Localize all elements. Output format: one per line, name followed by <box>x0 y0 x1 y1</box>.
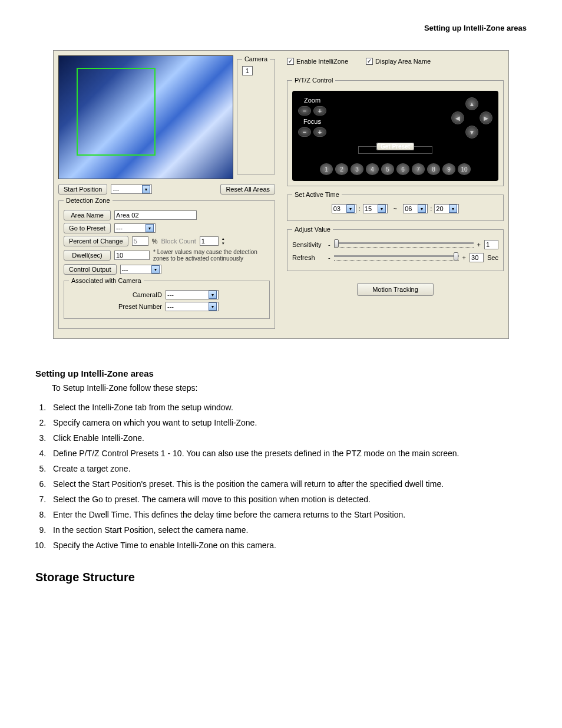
chevron-down-icon: ▾ <box>418 205 426 213</box>
block-count-input[interactable] <box>200 236 219 246</box>
refresh-unit: Sec <box>487 254 498 261</box>
control-output-button[interactable]: Control Output <box>64 264 117 275</box>
zoom-in-button[interactable]: + <box>313 106 326 116</box>
step-item: Select the Start Position's preset. This… <box>48 476 527 492</box>
preset-3-button[interactable]: 3 <box>351 163 363 175</box>
pan-right-button[interactable]: ▶ <box>480 111 492 124</box>
camera-id-label: CameraID <box>115 291 162 298</box>
goto-preset-button[interactable]: Go to Preset <box>64 223 111 233</box>
preset-9-button[interactable]: 9 <box>442 163 455 175</box>
step-item: Select the Intelli-Zone tab from the set… <box>48 400 527 415</box>
associated-camera-legend: Associated with Camera <box>69 277 144 284</box>
start-position-value: --- <box>113 186 119 193</box>
get-preset-button[interactable]: Get Preset <box>376 143 414 150</box>
tilt-down-button[interactable]: ▼ <box>465 126 478 139</box>
intellizone-dialog: Camera 1 Start Position --- ▾ Reset All … <box>53 50 509 339</box>
preset-7-button[interactable]: 7 <box>412 163 425 175</box>
time-from-min-select[interactable]: 15▾ <box>363 204 388 213</box>
focus-label: Focus <box>298 118 326 125</box>
goto-preset-select[interactable]: --- ▾ <box>114 223 156 233</box>
preset-number-select[interactable]: --- ▾ <box>166 302 219 311</box>
zoom-label: Zoom <box>298 97 326 104</box>
pan-left-button[interactable]: ◀ <box>451 111 464 124</box>
zoom-out-button[interactable]: − <box>298 106 311 116</box>
step-item: In the section Start Position, select th… <box>48 522 527 538</box>
control-output-select[interactable]: --- ▾ <box>120 265 161 274</box>
preset-5-button[interactable]: 5 <box>381 163 394 175</box>
ptz-control-fieldset: P/T/Z Control Zoom − + Focus − <box>287 77 504 186</box>
preset-number-label: Preset Number <box>115 303 162 310</box>
chevron-down-icon: ▾ <box>151 265 160 274</box>
section-title: Setting up Intelli-Zone areas <box>35 368 527 378</box>
refresh-input[interactable] <box>470 253 484 262</box>
checkbox-checked-icon: ✓ <box>366 58 373 65</box>
enable-intellizone-checkbox[interactable]: ✓ Enable IntelliZone <box>287 58 348 65</box>
display-area-name-checkbox[interactable]: ✓ Display Area Name <box>366 58 431 65</box>
refresh-slider[interactable] <box>334 255 459 257</box>
chevron-down-icon: ▾ <box>209 302 217 311</box>
enable-intellizone-label: Enable IntelliZone <box>296 58 348 65</box>
control-output-value: --- <box>122 266 128 273</box>
page-header-title: Setting up Intelli-Zone areas <box>35 24 527 32</box>
percent-of-change-input <box>132 236 148 246</box>
display-area-name-label: Display Area Name <box>375 58 431 65</box>
time-from-hour-select[interactable]: 03▾ <box>332 204 356 213</box>
main-heading: Storage Structure <box>35 571 527 584</box>
goto-preset-value: --- <box>116 225 123 232</box>
associated-camera-fieldset: Associated with Camera CameraID --- ▾ Pr… <box>64 277 270 319</box>
area-name-input[interactable] <box>114 210 197 220</box>
chevron-down-icon: ▾ <box>378 205 386 213</box>
percent-of-change-button[interactable]: Percent of Change <box>64 236 128 246</box>
preset-10-button[interactable]: 10 <box>458 163 471 175</box>
sensitivity-slider[interactable] <box>334 242 474 244</box>
preset-number-value: --- <box>167 303 174 310</box>
camera-fieldset: Camera 1 <box>237 55 275 174</box>
motion-tracking-button[interactable]: Motion Tracking <box>357 283 434 296</box>
tilt-up-button[interactable]: ▲ <box>465 97 478 110</box>
camera-id-select[interactable]: --- ▾ <box>166 290 219 299</box>
focus-in-button[interactable]: + <box>313 127 326 137</box>
start-position-button[interactable]: Start Position <box>58 184 107 195</box>
chevron-down-icon: ▾ <box>346 205 355 213</box>
dwell-button[interactable]: Dwell(sec) <box>64 250 111 261</box>
sensitivity-input[interactable] <box>484 240 498 249</box>
time-to-hour-select[interactable]: 06▾ <box>403 204 428 213</box>
preset-1-button[interactable]: 1 <box>320 163 333 175</box>
camera-legend: Camera <box>242 55 270 62</box>
camera-id-value: --- <box>167 291 174 298</box>
detection-zone-fieldset: Detection Zone Area Name Go to Preset --… <box>58 197 275 329</box>
preset-8-button[interactable]: 8 <box>427 163 440 175</box>
spinner-down-icon[interactable]: ▾ <box>222 241 229 246</box>
ptz-dpad: ▲ ▼ ◀ ▶ <box>451 97 492 139</box>
step-item: Define P/T/Z Control Presets 1 - 10. You… <box>48 446 527 461</box>
step-item: Select the Go to preset. The camera will… <box>48 492 527 507</box>
spinner-up-icon[interactable]: ▴ <box>222 236 229 241</box>
chevron-down-icon: ▾ <box>209 291 217 299</box>
dwell-note: * Lower values may cause the detection z… <box>153 249 270 262</box>
time-separator: ~ <box>390 205 401 212</box>
camera-number: 1 <box>242 66 253 75</box>
start-position-select[interactable]: --- ▾ <box>111 185 152 194</box>
block-count-label: Block Count <box>161 238 196 245</box>
preset-bar: 1 2 3 4 5 6 7 8 9 10 <box>298 163 492 175</box>
chevron-down-icon: ▾ <box>142 185 150 193</box>
chevron-down-icon: ▾ <box>449 205 457 213</box>
dwell-input[interactable] <box>114 251 150 260</box>
time-to-min-select[interactable]: 20▾ <box>434 204 459 213</box>
preset-6-button[interactable]: 6 <box>396 163 409 175</box>
percent-unit: % <box>152 238 158 245</box>
section-intro: To Setup Intelli-Zone follow these steps… <box>52 383 527 393</box>
preset-2-button[interactable]: 2 <box>335 163 348 175</box>
step-item: Click Enable Intelli-Zone. <box>48 430 527 446</box>
adjust-value-legend: Adjust Value <box>292 226 333 233</box>
reset-all-areas-button[interactable]: Reset All Areas <box>220 184 275 195</box>
camera-preview[interactable] <box>58 55 233 179</box>
get-preset-fieldset: Get Preset <box>358 143 432 154</box>
steps-list: Select the Intelli-Zone tab from the set… <box>35 400 527 553</box>
focus-out-button[interactable]: − <box>298 127 311 137</box>
set-active-time-fieldset: Set Active Time 03▾ : 15▾ ~ 06▾ : 20▾ <box>287 191 504 221</box>
area-name-button[interactable]: Area Name <box>64 210 111 220</box>
refresh-label: Refresh <box>292 254 325 261</box>
step-item: Specify camera on which you want to setu… <box>48 415 527 430</box>
preset-4-button[interactable]: 4 <box>366 163 379 175</box>
